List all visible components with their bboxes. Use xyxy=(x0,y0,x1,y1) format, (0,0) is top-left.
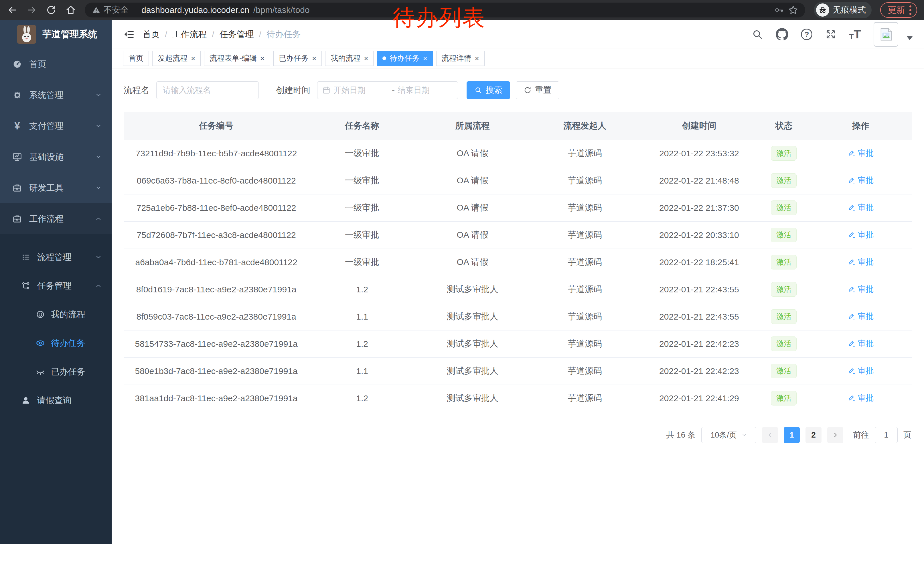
approve-link[interactable]: 审批 xyxy=(848,311,874,322)
home-icon[interactable] xyxy=(65,5,76,15)
prev-page-button[interactable] xyxy=(762,427,778,443)
workflow-icon xyxy=(12,214,23,224)
end-date-input[interactable] xyxy=(398,86,453,95)
sidebar-item-process-mgmt[interactable]: 流程管理 xyxy=(0,243,112,272)
tag-process-detail[interactable]: 流程详情 xyxy=(436,51,484,66)
page-button-1[interactable]: 1 xyxy=(784,427,800,443)
approve-link[interactable]: 审批 xyxy=(848,148,874,159)
sidebar-item-task-mgmt[interactable]: 任务管理 xyxy=(0,272,112,300)
github-icon[interactable] xyxy=(776,28,788,41)
breadcrumb-home[interactable]: 首页 xyxy=(142,29,160,41)
tag-my-process[interactable]: 我的流程 xyxy=(325,51,374,66)
create-time-label: 创建时间 xyxy=(276,84,310,96)
kebab-menu-icon[interactable] xyxy=(909,6,911,15)
broken-image-icon xyxy=(878,26,894,42)
status-badge: 激活 xyxy=(771,255,796,269)
back-icon[interactable] xyxy=(7,5,18,15)
approve-link[interactable]: 审批 xyxy=(848,230,874,240)
status-badge: 激活 xyxy=(771,282,796,297)
pencil-icon xyxy=(848,367,855,375)
key-icon[interactable] xyxy=(774,5,784,15)
font-size-icon[interactable] xyxy=(849,29,861,41)
table-row: 75d72608-7b7f-11ec-a3c8-acde48001122 一级审… xyxy=(124,221,912,249)
approve-link[interactable]: 审批 xyxy=(848,393,874,404)
yen-icon: ¥ xyxy=(12,120,23,132)
cell-actions: 审批 xyxy=(810,357,912,384)
cell-created: 2022-01-22 21:48:48 xyxy=(640,167,758,194)
sidebar-item-label: 首页 xyxy=(29,59,46,70)
close-tab-icon[interactable] xyxy=(475,55,479,62)
breadcrumb-task-mgmt[interactable]: 任务管理 xyxy=(219,29,254,41)
close-tab-icon[interactable] xyxy=(364,55,368,62)
star-icon[interactable] xyxy=(788,5,798,15)
calendar-icon xyxy=(322,86,331,95)
range-separator: - xyxy=(392,86,395,95)
avatar[interactable] xyxy=(874,22,898,47)
sidebar-item-system[interactable]: 系统管理 xyxy=(0,80,112,111)
cell-status: 激活 xyxy=(758,167,810,194)
cell-starter: 芋道源码 xyxy=(530,140,640,167)
approve-link[interactable]: 审批 xyxy=(848,202,874,213)
reset-button[interactable]: 重置 xyxy=(516,81,560,99)
cell-task-name: 1.2 xyxy=(309,276,416,303)
fullscreen-icon[interactable] xyxy=(825,29,836,40)
tag-form-edit[interactable]: 流程表单-编辑 xyxy=(204,51,270,66)
sidebar-item-workflow[interactable]: 工作流程 xyxy=(0,203,112,234)
sidebar-item-todo-tasks[interactable]: 待办任务 xyxy=(0,329,112,357)
tag-todo-tasks[interactable]: 待办任务 xyxy=(377,51,432,66)
cell-status: 激活 xyxy=(758,140,810,167)
app-logo[interactable]: 芋道管理系统 xyxy=(0,20,112,49)
security-chip[interactable]: 不安全 xyxy=(92,4,129,16)
approve-link[interactable]: 审批 xyxy=(848,175,874,186)
breadcrumb-workflow[interactable]: 工作流程 xyxy=(172,29,207,41)
update-button[interactable]: 更新 xyxy=(880,2,917,18)
close-tab-icon[interactable] xyxy=(312,55,316,62)
help-icon[interactable] xyxy=(801,29,812,40)
pencil-icon xyxy=(848,339,855,347)
sidebar-item-my-process[interactable]: 我的流程 xyxy=(0,300,112,329)
cell-starter: 芋道源码 xyxy=(530,249,640,276)
tag-start-process[interactable]: 发起流程 xyxy=(152,51,201,66)
url-host: dashboard.yudao.iocoder.cn xyxy=(141,5,249,15)
sidebar-item-home[interactable]: 首页 xyxy=(0,49,112,80)
search-button[interactable]: 搜索 xyxy=(466,81,510,99)
close-tab-icon[interactable] xyxy=(260,55,264,62)
goto-page-input[interactable] xyxy=(875,427,898,443)
process-name-label: 流程名 xyxy=(124,84,149,96)
page-button-2[interactable]: 2 xyxy=(806,427,822,443)
sidebar-item-devtools[interactable]: 研发工具 xyxy=(0,173,112,203)
breadcrumb: 首页 工作流程 任务管理 待办任务 xyxy=(142,29,301,41)
approve-link[interactable]: 审批 xyxy=(848,284,874,295)
menu-fold-icon[interactable] xyxy=(123,29,135,40)
sidebar-item-payment[interactable]: ¥ 支付管理 xyxy=(0,111,112,141)
close-tab-icon[interactable] xyxy=(191,55,195,62)
sidebar-item-infra[interactable]: 基础设施 xyxy=(0,141,112,173)
col-task-name: 任务名称 xyxy=(309,112,416,140)
cell-status: 激活 xyxy=(758,194,810,221)
next-page-button[interactable] xyxy=(827,427,843,443)
approve-link[interactable]: 审批 xyxy=(848,338,874,349)
incognito-label: 无痕模式 xyxy=(833,4,866,16)
avatar-dropdown-icon[interactable] xyxy=(907,36,912,40)
page-size-select[interactable]: 10条/页 xyxy=(701,427,756,443)
tag-done-tasks[interactable]: 已办任务 xyxy=(273,51,322,66)
approve-link[interactable]: 审批 xyxy=(848,257,874,267)
process-name-input[interactable] xyxy=(156,81,259,99)
url-path: /bpm/task/todo xyxy=(254,5,310,15)
chevron-down-icon xyxy=(95,254,102,261)
start-date-input[interactable] xyxy=(333,86,389,95)
close-tab-icon[interactable] xyxy=(423,55,427,62)
tag-home[interactable]: 首页 xyxy=(123,51,149,66)
search-icon[interactable] xyxy=(752,29,763,40)
reload-icon[interactable] xyxy=(46,5,57,15)
sidebar-item-leave-query[interactable]: 请假查询 xyxy=(0,386,112,415)
approve-link[interactable]: 审批 xyxy=(848,365,874,376)
cell-created: 2022-01-22 21:37:30 xyxy=(640,194,758,221)
sidebar-item-label: 我的流程 xyxy=(51,309,85,320)
cell-status: 激活 xyxy=(758,384,810,412)
breadcrumb-separator xyxy=(259,30,261,39)
sidebar-item-done-tasks[interactable]: 已办任务 xyxy=(0,357,112,386)
forward-icon[interactable] xyxy=(26,5,37,15)
date-range-picker[interactable]: - xyxy=(317,81,458,99)
cell-created: 2022-01-21 22:43:55 xyxy=(640,303,758,330)
